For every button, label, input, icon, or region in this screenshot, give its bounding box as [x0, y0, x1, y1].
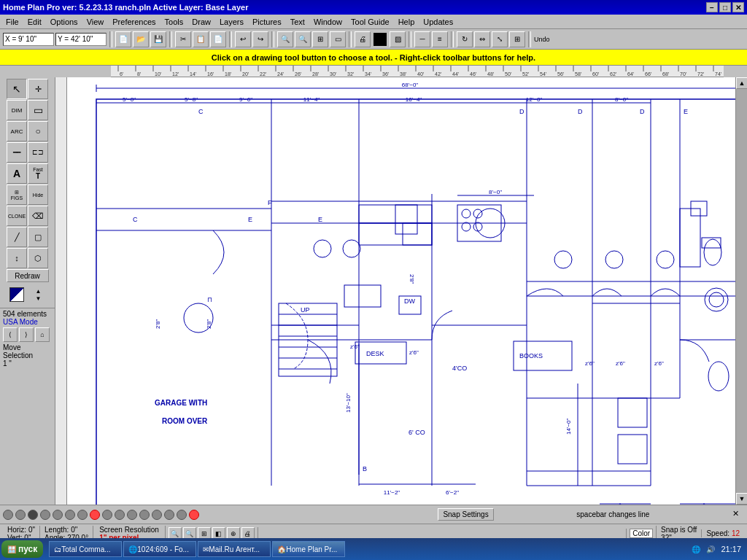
svg-text:34': 34'	[365, 71, 371, 77]
color-button[interactable]	[372, 31, 388, 47]
snap-circle-red[interactable]	[90, 510, 100, 520]
line-tool[interactable]: ╱	[7, 227, 27, 247]
prev-button[interactable]: ⟨	[3, 327, 18, 342]
taskbar-item-homeplan[interactable]: 🏠 Home Plan Pr...	[272, 541, 345, 557]
pan-tool[interactable]: ✛	[28, 79, 48, 99]
home-button[interactable]: ⌂	[35, 327, 50, 342]
undo-button[interactable]: ↩	[235, 31, 251, 47]
svg-rect-159	[680, 209, 700, 267]
redo-button[interactable]: ↪	[252, 31, 268, 47]
snap-settings-button[interactable]: Snap Settings	[438, 508, 493, 521]
zoom-fit-button[interactable]: ⊞	[312, 31, 328, 47]
save-button[interactable]: 💾	[150, 31, 166, 47]
fill-button[interactable]: ▨	[390, 31, 406, 47]
rotate-button[interactable]: ↻	[457, 31, 473, 47]
svg-text:74': 74'	[715, 71, 721, 77]
snap-circle-9[interactable]	[102, 510, 112, 520]
svg-point-134	[314, 240, 331, 257]
snap-circle-7[interactable]	[77, 510, 88, 520]
new-button[interactable]: 📄	[115, 31, 131, 47]
svg-text:6': 6'	[120, 71, 123, 77]
select-tool[interactable]: ↖	[7, 79, 27, 99]
line-style-button[interactable]: ─	[414, 31, 430, 47]
thickness-button[interactable]: ≡	[432, 31, 448, 47]
copy-button[interactable]: 📋	[193, 31, 209, 47]
open-button[interactable]: 📂	[133, 31, 149, 47]
clone-tool[interactable]: CLONE	[7, 206, 27, 226]
dim-tool[interactable]: DIM	[7, 100, 27, 120]
snap-circle-end[interactable]	[189, 510, 199, 520]
taskbar-item-2[interactable]: 🌐 1024:609 - Fo...	[123, 541, 196, 557]
zoom-out-small[interactable]: ▼	[36, 295, 42, 302]
blueprint-canvas[interactable]: .bp-line { stroke: #0000aa; stroke-width…	[67, 77, 735, 505]
close-button[interactable]: ✕	[732, 2, 744, 12]
svg-point-162	[709, 292, 724, 307]
maximize-button[interactable]: □	[719, 2, 731, 12]
svg-text:48': 48'	[487, 71, 494, 77]
color-swatch[interactable]	[7, 284, 27, 305]
menu-item-file[interactable]: File	[1, 16, 23, 28]
menu-item-pictures[interactable]: Pictures	[248, 16, 286, 28]
taskbar-item-1[interactable]: 🗂 Total Comma...	[49, 541, 122, 557]
rect2-tool[interactable]: ▢	[28, 227, 48, 247]
cut-button[interactable]: ✂	[175, 31, 191, 47]
snap-circle-1[interactable]	[3, 510, 13, 520]
scale-button[interactable]: ⤡	[492, 31, 508, 47]
snap-circle-15[interactable]	[177, 510, 187, 520]
snap-circle-14[interactable]	[164, 510, 174, 520]
snap-circle-5[interactable]	[53, 510, 63, 520]
scroll-up-button[interactable]: ▲	[736, 77, 747, 89]
group-button[interactable]: ⊞	[509, 31, 525, 47]
close-snap-button[interactable]: ✕	[732, 509, 744, 521]
snap-circle-3[interactable]	[28, 510, 38, 520]
poly-tool[interactable]: ⬡	[28, 248, 48, 268]
menu-item-view[interactable]: View	[82, 16, 109, 28]
snap-circle-10[interactable]	[115, 510, 125, 520]
toolbar-separator-7	[451, 31, 454, 47]
minimize-button[interactable]: −	[706, 2, 718, 12]
zoom-in-button[interactable]: 🔍	[277, 31, 293, 47]
helpbar: Click on a drawing tool button to choose…	[0, 50, 747, 66]
menu-item-preferences[interactable]: Preferences	[108, 16, 160, 28]
taskbar-item-3[interactable]: ✉ Mail.Ru Агент...	[198, 541, 271, 557]
menu-item-options[interactable]: Options	[46, 16, 82, 28]
erase-tool[interactable]: ⌫	[28, 206, 48, 226]
snap-circle-12[interactable]	[139, 510, 150, 520]
menu-item-tool guide[interactable]: Tool Guide	[347, 16, 394, 28]
scroll-track-right[interactable]	[736, 89, 747, 493]
text-tool[interactable]: A	[7, 163, 27, 184]
menu-item-draw[interactable]: Draw	[187, 16, 215, 28]
fasttext-tool[interactable]: FastT	[28, 163, 48, 184]
snap-circle-4[interactable]	[40, 510, 50, 520]
menu-item-tools[interactable]: Tools	[160, 16, 188, 28]
snap-circle-6[interactable]	[65, 510, 75, 520]
menu-item-layers[interactable]: Layers	[215, 16, 248, 28]
paste-button[interactable]: 📄	[210, 31, 226, 47]
door-tool[interactable]: ⊏⊐	[28, 142, 48, 163]
svg-text:64': 64'	[627, 71, 634, 77]
redraw-button[interactable]: Redraw	[7, 269, 49, 282]
start-button[interactable]: 🪟 пуск	[1, 540, 43, 558]
arc-tool[interactable]: ARC	[7, 121, 27, 141]
zoom-in-small[interactable]: ▲	[36, 288, 42, 295]
hide-tool[interactable]: Hide	[28, 184, 48, 205]
circle-tool[interactable]: ○	[28, 121, 48, 141]
menu-item-help[interactable]: Help	[394, 16, 419, 28]
move-tool[interactable]: ↕	[7, 248, 27, 268]
select-button[interactable]: ▭	[330, 31, 346, 47]
figs-tool[interactable]: ⊞FIGS	[7, 184, 27, 205]
menu-item-text[interactable]: Text	[286, 16, 309, 28]
mirror-button[interactable]: ⇔	[474, 31, 490, 47]
wall-tool[interactable]: ━━	[7, 142, 27, 163]
scroll-down-button[interactable]: ▼	[736, 493, 747, 505]
menu-item-updates[interactable]: Updates	[419, 16, 457, 28]
print-button[interactable]: 🖨	[355, 31, 371, 47]
menu-item-edit[interactable]: Edit	[23, 16, 46, 28]
zoom-out-button[interactable]: 🔍	[295, 31, 311, 47]
menu-item-window[interactable]: Window	[309, 16, 347, 28]
next-button[interactable]: ⟩	[19, 327, 34, 342]
snap-circle-11[interactable]	[127, 510, 137, 520]
snap-circle-2[interactable]	[15, 510, 26, 520]
rect-tool[interactable]: ▭	[28, 100, 48, 120]
snap-circle-13[interactable]	[152, 510, 162, 520]
